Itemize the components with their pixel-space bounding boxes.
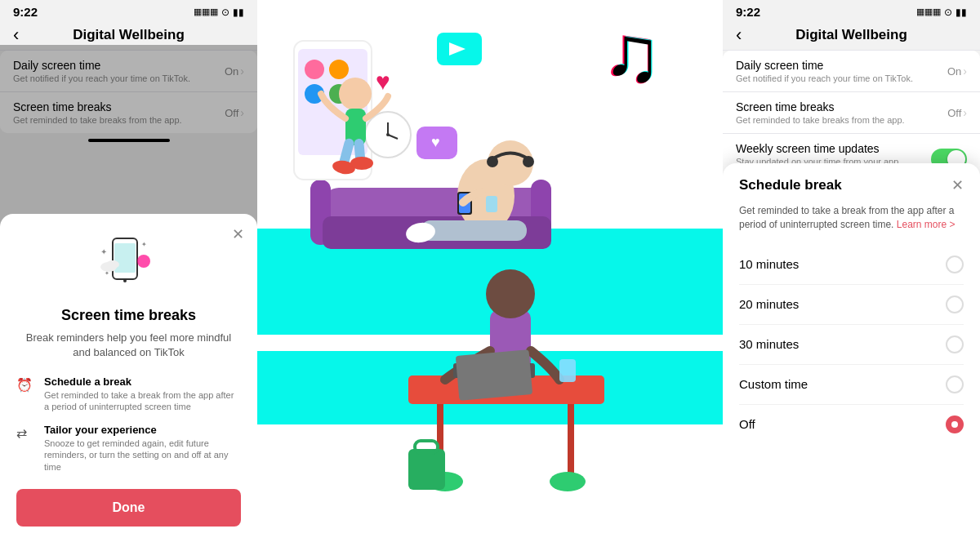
svg-rect-27 — [486, 196, 497, 212]
modal-close-button[interactable]: ✕ — [232, 225, 244, 243]
left-time: 9:22 — [13, 5, 38, 19]
radio-30min[interactable] — [946, 335, 964, 353]
schedule-modal-title: Schedule break — [739, 177, 842, 193]
feature-schedule-title: Schedule a break — [44, 375, 241, 388]
battery-icon: ▮▮ — [956, 7, 967, 18]
left-status-bar: 9:22 ▦▦▦ ⊙ ▮▮ — [0, 0, 257, 24]
modal-features: ⏰ Schedule a break Get reminded to take … — [16, 375, 241, 473]
right-nav-title: Digital Wellbeing — [795, 27, 907, 43]
svg-point-23 — [487, 156, 498, 167]
svg-rect-1 — [114, 243, 136, 273]
svg-point-32 — [486, 269, 535, 318]
adjust-icon: ⇄ — [16, 425, 36, 445]
modal-desc: Break reminders help you feel more mindf… — [16, 331, 241, 360]
svg-text:♥: ♥ — [376, 68, 390, 95]
signal-icon: ▦▦▦ — [194, 7, 218, 17]
svg-point-6 — [137, 255, 150, 268]
battery-icon: ▮▮ — [233, 7, 244, 18]
modal-feature-schedule: ⏰ Schedule a break Get reminded to take … — [16, 375, 241, 413]
schedule-break-modal: Schedule break ✕ Get reminded to take a … — [723, 163, 980, 551]
radio-10min[interactable] — [946, 256, 964, 273]
svg-rect-35 — [559, 359, 576, 382]
radio-custom[interactable] — [946, 375, 964, 393]
svg-point-37 — [550, 472, 586, 491]
right-panel: 9:22 ▦▦▦ ⊙ ▮▮ ‹ Digital Wellbeing Daily … — [723, 0, 980, 551]
schedule-options-list: 10 minutes 20 minutes 30 minutes Custom … — [739, 245, 964, 444]
signal-icon: ▦▦▦ — [916, 7, 941, 17]
right-status-bar: 9:22 ▦▦▦ ⊙ ▮▮ — [723, 0, 980, 24]
modal-title: Screen time breaks — [16, 307, 241, 324]
feature-schedule-desc: Get reminded to take a break from the ap… — [44, 389, 241, 413]
svg-point-24 — [523, 156, 534, 167]
modal-feature-tailor: ⇄ Tailor your experience Snooze to get r… — [16, 424, 241, 473]
right-status-icons: ▦▦▦ ⊙ ▮▮ — [916, 7, 967, 18]
right-daily-subtitle: Get notified if you reach your time on T… — [736, 73, 913, 83]
right-back-button[interactable]: ‹ — [736, 24, 742, 46]
feature-tailor-desc: Snooze to get reminded again, edit futur… — [44, 438, 241, 473]
schedule-modal-header: Schedule break ✕ — [739, 176, 964, 194]
schedule-modal-close-button[interactable]: ✕ — [951, 176, 964, 194]
wifi-icon: ⊙ — [944, 7, 952, 18]
right-screen-breaks[interactable]: Screen time breaks Get reminded to take … — [723, 92, 980, 134]
tiktok-illustration: ♫ ♫ ♫ — [257, 0, 723, 551]
left-nav-title: Digital Wellbeing — [73, 27, 185, 43]
schedule-modal-desc: Get reminded to take a break from the ap… — [739, 204, 964, 232]
wifi-icon: ⊙ — [221, 7, 229, 18]
modal-icon-area: ✦ ✦ ✦ — [16, 230, 241, 295]
schedule-option-10min[interactable]: 10 minutes — [739, 245, 964, 285]
chevron-right-icon: › — [963, 106, 967, 119]
svg-point-2 — [123, 279, 127, 282]
svg-text:✦: ✦ — [100, 247, 107, 256]
svg-point-60 — [350, 157, 373, 170]
screen-breaks-modal: ✕ ✦ ✦ ✦ Screen — [0, 214, 257, 551]
center-illustration: ♫ ♫ ♫ — [257, 0, 723, 551]
svg-point-43 — [329, 60, 349, 79]
schedule-option-custom[interactable]: Custom time — [739, 365, 964, 405]
svg-rect-29 — [568, 400, 574, 482]
right-time: 9:22 — [736, 5, 760, 19]
left-status-icons: ▦▦▦ ⊙ ▮▮ — [194, 7, 244, 18]
schedule-option-30min[interactable]: 30 minutes — [739, 325, 964, 365]
right-daily-title: Daily screen time — [736, 59, 913, 72]
svg-rect-20 — [421, 220, 527, 241]
right-daily-screen-time[interactable]: Daily screen time Get notified if you re… — [723, 51, 980, 92]
svg-rect-34 — [456, 349, 532, 401]
feature-tailor-title: Tailor your experience — [44, 424, 241, 436]
clock-icon: ⏰ — [16, 377, 36, 397]
radio-20min[interactable] — [946, 295, 964, 313]
right-nav-bar: ‹ Digital Wellbeing — [723, 24, 980, 50]
svg-point-55 — [339, 78, 372, 110]
svg-text:♫: ♫ — [603, 10, 662, 97]
svg-point-8 — [106, 260, 119, 269]
modal-done-button[interactable]: Done — [16, 489, 241, 527]
modal-phone-illustration: ✦ ✦ ✦ — [96, 230, 162, 295]
chevron-right-icon: › — [963, 64, 967, 78]
svg-rect-38 — [408, 449, 445, 490]
left-panel: 9:22 ▦▦▦ ⊙ ▮▮ ‹ Digital Wellbeing Daily … — [0, 0, 257, 551]
left-back-button[interactable]: ‹ — [13, 24, 19, 46]
modal-overlay: ✕ ✦ ✦ ✦ Screen — [0, 45, 257, 551]
radio-off[interactable] — [946, 415, 964, 433]
schedule-option-off[interactable]: Off — [739, 405, 964, 444]
svg-text:✦: ✦ — [141, 241, 147, 248]
schedule-option-20min[interactable]: 20 minutes — [739, 285, 964, 325]
svg-point-42 — [305, 60, 324, 79]
svg-text:♥: ♥ — [431, 134, 440, 150]
learn-more-link[interactable]: Learn more > — [897, 219, 956, 230]
